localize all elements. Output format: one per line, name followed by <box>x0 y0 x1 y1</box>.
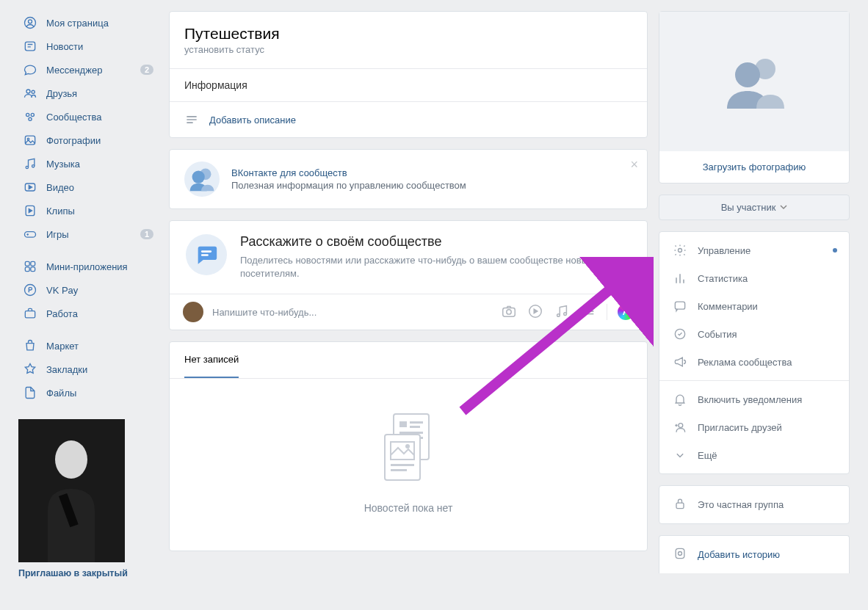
info-heading: Информация <box>170 68 647 101</box>
sidebar-item-communities[interactable]: Сообщества <box>18 105 158 128</box>
tab-no-posts[interactable]: Нет записей <box>184 342 239 378</box>
messenger-icon <box>23 62 37 77</box>
community-photo-card: Загрузить фотографию <box>659 11 850 184</box>
right-item-label: Комментарии <box>698 301 758 312</box>
svg-point-4 <box>32 90 35 93</box>
svg-rect-26 <box>201 250 211 253</box>
music-attach-icon[interactable] <box>554 303 570 322</box>
right-item-more[interactable]: Ещё <box>659 441 849 469</box>
camera-icon[interactable] <box>501 303 517 322</box>
upload-photo-button[interactable]: Загрузить фотографию <box>659 151 849 183</box>
set-status-link[interactable]: установить статус <box>184 44 632 55</box>
right-item-label: Пригласить друзей <box>698 422 782 433</box>
right-item-label: Включить уведомления <box>698 394 802 405</box>
sidebar-item-games[interactable]: Игры 1 <box>18 222 158 246</box>
photos-icon <box>23 133 37 148</box>
community-promo-icon <box>184 161 220 197</box>
sidebar-item-music[interactable]: Музыка <box>18 152 158 175</box>
new-post-input[interactable]: Напишите что-нибудь... <box>212 307 492 318</box>
clips-icon <box>23 203 37 218</box>
poster-background-button[interactable]: A <box>618 304 634 320</box>
sidebar-item-work[interactable]: Работа <box>18 302 158 325</box>
right-item-comments[interactable]: Комментарии <box>659 292 849 320</box>
svg-point-7 <box>29 117 32 120</box>
right-item-invite[interactable]: Пригласить друзей <box>659 413 849 441</box>
svg-rect-36 <box>410 426 420 428</box>
svg-point-25 <box>192 170 205 183</box>
right-item-label: Ещё <box>698 450 717 461</box>
sidebar-item-profile[interactable]: Моя страница <box>18 11 158 35</box>
svg-point-22 <box>55 440 87 479</box>
vk-communities-promo: ВКонтакте для сообществ Полезная информа… <box>169 149 648 209</box>
svg-rect-16 <box>31 261 35 266</box>
svg-rect-52 <box>676 548 684 558</box>
right-item-stats[interactable]: Статистика <box>659 264 849 292</box>
video-attach-icon[interactable] <box>527 303 543 322</box>
right-item-manage[interactable]: Управление <box>659 236 849 264</box>
tell-text: Поделитесь новостями или расскажите что-… <box>240 254 631 280</box>
svg-point-47 <box>679 249 682 253</box>
right-menu: Управление Статистика Комментарии Событи… <box>659 231 850 474</box>
close-icon[interactable]: × <box>630 157 638 173</box>
sidebar-item-label: Маркет <box>46 341 153 352</box>
right-item-events[interactable]: События <box>659 320 849 348</box>
add-story-button[interactable]: Добавить историю <box>659 535 850 573</box>
more-attach-icon[interactable] <box>580 303 596 322</box>
vk-promo-title[interactable]: ВКонтакте для сообществ <box>231 167 466 178</box>
avatar[interactable] <box>183 302 203 322</box>
right-item-notifications[interactable]: Включить уведомления <box>659 385 849 413</box>
svg-rect-48 <box>675 302 684 309</box>
sidebar: Моя страница Новости Мессенджер 2 Друзья… <box>18 11 158 578</box>
sidebar-item-clips[interactable]: Клипы <box>18 199 158 222</box>
photo-placeholder[interactable] <box>659 12 849 151</box>
sidebar-item-label: Файлы <box>46 388 153 399</box>
empty-documents-icon <box>372 408 445 489</box>
private-group-label: Это частная группа <box>698 499 784 510</box>
add-description-label: Добавить описание <box>209 115 296 126</box>
svg-point-1 <box>29 20 32 23</box>
sidebar-item-vkpay[interactable]: VK Pay <box>18 278 158 302</box>
new-post-bar: Напишите что-нибудь... A <box>170 294 647 330</box>
svg-rect-34 <box>399 421 407 427</box>
svg-point-5 <box>26 113 29 116</box>
sidebar-item-news[interactable]: Новости <box>18 35 158 58</box>
svg-point-3 <box>26 90 30 93</box>
list-icon <box>184 112 199 127</box>
tell-title: Расскажите о своём сообществе <box>240 234 631 250</box>
posts-card: Нет записей Новостей пока нет <box>169 341 648 551</box>
sidebar-item-market[interactable]: Маркет <box>18 334 158 357</box>
sidebar-item-messenger[interactable]: Мессенджер 2 <box>18 58 158 81</box>
work-icon <box>23 306 37 321</box>
music-icon <box>23 156 37 171</box>
you-member-button[interactable]: Вы участник <box>659 195 850 220</box>
sidebar-item-bookmarks[interactable]: Закладки <box>18 357 158 381</box>
empty-state: Новостей пока нет <box>170 379 647 551</box>
sidebar-item-video[interactable]: Видео <box>18 175 158 199</box>
sidebar-item-miniapps[interactable]: Мини-приложения <box>18 255 158 278</box>
sidebar-item-label: Друзья <box>46 88 153 99</box>
games-icon <box>23 227 37 242</box>
sidebar-promo[interactable]: Приглашаю в закрытый <box>18 419 158 578</box>
svg-point-32 <box>564 313 567 316</box>
svg-rect-20 <box>25 311 35 318</box>
sidebar-item-friends[interactable]: Друзья <box>18 81 158 105</box>
sidebar-item-files[interactable]: Файлы <box>18 381 158 404</box>
chevron-down-icon <box>673 448 687 462</box>
badge: 2 <box>140 65 153 75</box>
svg-rect-37 <box>399 432 423 434</box>
right-item-ads[interactable]: Реклама сообщества <box>659 348 849 376</box>
notification-dot <box>833 248 837 253</box>
add-description-button[interactable]: Добавить описание <box>170 101 647 137</box>
right-column: Загрузить фотографию Вы участник Управле… <box>659 11 850 578</box>
svg-rect-17 <box>25 267 29 272</box>
vkpay-icon <box>23 283 37 297</box>
sidebar-promo-title: Приглашаю в закрытый <box>18 568 158 578</box>
sidebar-item-photos[interactable]: Фотографии <box>18 128 158 152</box>
tell-about-card: Расскажите о своём сообществе Поделитесь… <box>169 220 648 330</box>
sidebar-item-label: Музыка <box>46 159 153 170</box>
stats-icon <box>673 271 687 286</box>
badge: 1 <box>140 229 153 239</box>
sidebar-item-label: Закладки <box>46 364 153 375</box>
news-icon <box>23 39 37 54</box>
invite-icon <box>673 420 687 435</box>
